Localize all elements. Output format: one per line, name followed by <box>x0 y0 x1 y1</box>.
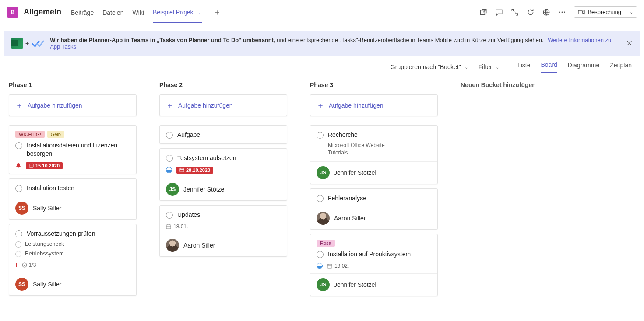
bucket: Phase 2＋Aufgabe hinzufügenAufgabeTestsys… <box>159 81 287 261</box>
svg-rect-9 <box>166 225 171 229</box>
assignee-name: Sally Siller <box>33 205 61 212</box>
add-task-label: Aufgabe hinzufügen <box>178 102 233 109</box>
complete-toggle[interactable] <box>166 155 173 162</box>
channel-header: B Allgemein Beiträge Dateien Wiki Beispi… <box>0 0 644 24</box>
avatar <box>166 239 179 252</box>
team-avatar: B <box>7 7 18 18</box>
more-icon[interactable] <box>558 8 566 16</box>
complete-toggle[interactable] <box>166 132 173 139</box>
group-by-dropdown[interactable]: Gruppieren nach "Bucket" ⌄ <box>391 63 468 70</box>
view-charts[interactable]: Diagramme <box>568 62 599 72</box>
bell-icon <box>15 163 21 169</box>
checklist-text: Leistungscheck <box>25 241 64 247</box>
assignee-bar: SSSally Siller <box>9 273 136 295</box>
expand-icon[interactable] <box>511 8 519 16</box>
refresh-icon[interactable] <box>527 8 535 16</box>
due-date-badge: 20.10.2020 <box>176 167 213 174</box>
assignee-name: Sally Siller <box>33 281 61 288</box>
add-task-button[interactable]: ＋Aufgabe hinzufügen <box>310 94 438 116</box>
assignee-name: Jennifer Stötzel <box>334 169 377 176</box>
info-banner: + Wir haben die Planner-App in Teams in … <box>4 31 640 56</box>
complete-toggle[interactable] <box>166 212 173 219</box>
task-card[interactable]: Testsystem aufsetzen20.10.2020JSJennifer… <box>159 148 287 201</box>
tab-posts[interactable]: Beiträge <box>71 2 94 22</box>
complete-toggle[interactable] <box>15 251 21 257</box>
add-task-label: Aufgabe hinzufügen <box>329 102 384 109</box>
tab-files[interactable]: Dateien <box>102 2 123 22</box>
task-subtitle: Microsoft Office WebsiteTutorials <box>328 142 431 157</box>
complete-toggle[interactable] <box>15 230 22 237</box>
task-card[interactable]: Installation testenSSSally Siller <box>9 178 137 220</box>
svg-point-3 <box>562 11 563 13</box>
plus-icon: ＋ <box>317 100 324 111</box>
chat-icon[interactable] <box>495 8 503 16</box>
bucket-title: Phase 3 <box>310 81 438 88</box>
add-task-button[interactable]: ＋Aufgabe hinzufügen <box>9 94 137 116</box>
task-title: Aufgabe <box>177 131 200 139</box>
assignee-bar: SSSally Siller <box>9 197 136 219</box>
close-icon[interactable] <box>626 40 633 47</box>
add-task-label: Aufgabe hinzufügen <box>28 102 82 109</box>
checklist-item[interactable]: Betriebssystem <box>15 250 130 257</box>
banner-app-icons: + <box>11 38 44 49</box>
view-board[interactable]: Board <box>541 61 557 73</box>
planner-toolbar: Gruppieren nach "Bucket" ⌄ Filter ⌄ List… <box>0 56 644 78</box>
avatar: JS <box>317 278 330 291</box>
checklist-item[interactable]: Leistungscheck <box>15 241 130 248</box>
filter-dropdown[interactable]: Filter ⌄ <box>479 63 499 70</box>
task-label: WICHTIG! <box>15 131 45 138</box>
due-date: 18.01. <box>166 223 188 230</box>
task-meta: 20.10.2020 <box>166 167 281 174</box>
popout-icon[interactable] <box>479 8 487 16</box>
complete-toggle[interactable] <box>15 241 21 248</box>
view-list[interactable]: Liste <box>517 62 531 72</box>
view-schedule[interactable]: Zeitplan <box>610 62 632 72</box>
task-card[interactable]: Vorraussetzungen prüfenLeistungscheckBet… <box>9 224 137 296</box>
avatar <box>317 212 330 225</box>
tab-label: Beispiel Projekt <box>153 9 195 16</box>
due-date: 19.02. <box>327 263 349 269</box>
task-title: Testsystem aufsetzen <box>177 154 236 162</box>
progress-icon <box>317 263 323 269</box>
complete-toggle[interactable] <box>15 142 22 149</box>
add-task-button[interactable]: ＋Aufgabe hinzufügen <box>159 94 287 116</box>
video-icon <box>578 10 585 15</box>
chevron-down-icon[interactable]: ⌄ <box>626 10 633 14</box>
bucket-title: Phase 1 <box>9 81 137 88</box>
svg-rect-8 <box>180 168 184 172</box>
svg-point-4 <box>564 11 566 13</box>
task-card[interactable]: Aufgabe <box>159 125 287 144</box>
meet-button[interactable]: Besprechung ⌄ <box>574 6 637 18</box>
task-card[interactable]: Updates18.01.Aaron Siller <box>159 205 287 257</box>
task-title: Installation testen <box>27 184 74 192</box>
chevron-down-icon: ⌄ <box>465 65 468 70</box>
task-card[interactable]: FehleranalyseAaron Siller <box>310 188 438 230</box>
assignee-bar: Aaron Siller <box>160 234 287 256</box>
task-card[interactable]: WICHTIG!GelbInstallationsdateien und Liz… <box>9 125 137 174</box>
tab-wiki[interactable]: Wiki <box>132 2 144 22</box>
assignee-bar: Aaron Siller <box>310 207 437 229</box>
add-tab-button[interactable]: ＋ <box>211 7 224 17</box>
checklist-count: 1/3 <box>22 262 36 268</box>
view-switcher: Liste Board Diagramme Zeitplan <box>517 61 632 73</box>
task-meta: !1/3 <box>15 262 130 269</box>
tab-active-project[interactable]: Beispiel Projekt ⌄ <box>153 1 202 23</box>
complete-toggle[interactable] <box>317 132 324 139</box>
globe-icon[interactable] <box>542 8 550 16</box>
complete-toggle[interactable] <box>15 185 22 192</box>
banner-rest: und eine entsprechende „Tasks"-Benutzero… <box>275 37 544 43</box>
add-bucket-button[interactable]: Neuen Bucket hinzufügen <box>461 81 588 88</box>
assignee-name: Jennifer Stötzel <box>334 281 377 288</box>
task-card[interactable]: RosaInstallation auf Prouktivsystem19.02… <box>310 234 438 296</box>
svg-rect-0 <box>481 10 485 14</box>
assignee-bar: JSJennifer Stötzel <box>310 273 437 296</box>
assignee-name: Aaron Siller <box>334 215 366 222</box>
avatar: SS <box>15 202 28 215</box>
svg-point-7 <box>22 263 27 267</box>
plus-icon: ＋ <box>15 100 23 111</box>
task-card[interactable]: RechercheMicrosoft Office WebsiteTutoria… <box>310 125 438 184</box>
progress-icon <box>166 167 172 173</box>
complete-toggle[interactable] <box>317 251 324 258</box>
complete-toggle[interactable] <box>317 195 324 202</box>
svg-point-2 <box>559 11 560 13</box>
